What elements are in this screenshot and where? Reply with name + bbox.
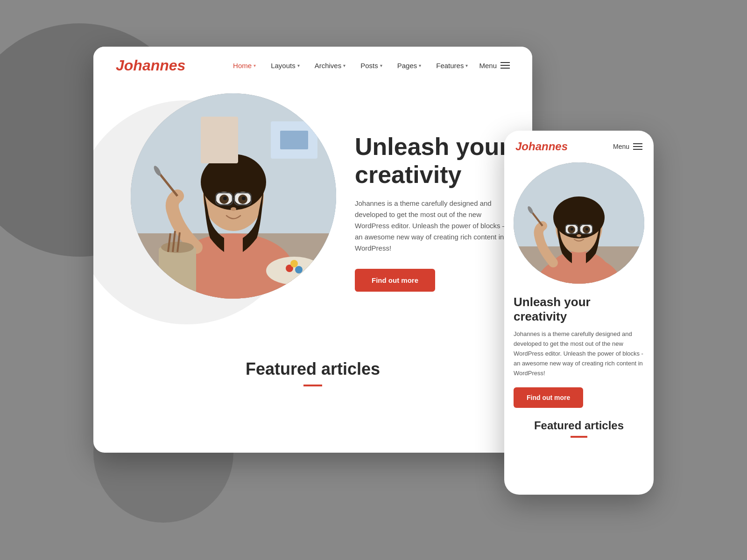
- nav-item-archives[interactable]: Archives ▾: [315, 62, 346, 70]
- mobile-logo: Johannes: [515, 140, 568, 153]
- artist-illustration: [131, 93, 336, 299]
- nav-link-layouts[interactable]: Layouts ▾: [271, 62, 300, 70]
- nav-item-features[interactable]: Features ▾: [436, 62, 468, 70]
- desktop-hero: Unleash your creativity Johannes is a th…: [93, 84, 532, 341]
- desktop-featured-section: Featured articles: [93, 341, 532, 405]
- mobile-cta-button[interactable]: Find out more: [514, 387, 583, 408]
- desktop-hero-text: Unleash your creativity Johannes is a th…: [355, 133, 510, 292]
- desktop-hero-description: Johannes is a theme carefully designed a…: [355, 198, 510, 254]
- svg-point-40: [571, 228, 573, 231]
- chevron-down-icon: ▾: [254, 63, 256, 68]
- svg-point-11: [242, 196, 246, 200]
- nav-item-layouts[interactable]: Layouts ▾: [271, 62, 300, 70]
- scene-container: Johannes Home ▾ Layouts ▾ Archiv: [93, 47, 654, 513]
- nav-link-features[interactable]: Features ▾: [436, 62, 468, 70]
- desktop-cta-button[interactable]: Find out more: [355, 269, 435, 292]
- mobile-menu-button[interactable]: Menu: [613, 143, 642, 150]
- mobile-hero-description: Johannes is a theme carefully designed a…: [514, 329, 644, 378]
- mobile-artist-illustration: [514, 162, 644, 284]
- nav-link-posts[interactable]: Posts ▾: [360, 62, 382, 70]
- chevron-down-icon: ▾: [465, 63, 468, 68]
- chevron-down-icon: ▾: [380, 63, 382, 68]
- svg-point-41: [585, 228, 588, 231]
- svg-point-26: [290, 260, 298, 267]
- nav-link-archives[interactable]: Archives ▾: [315, 62, 346, 70]
- desktop-menu-button[interactable]: Menu: [479, 62, 510, 70]
- svg-point-25: [295, 266, 303, 273]
- mobile-hero-title: Unleash your creativity: [514, 295, 644, 324]
- desktop-mockup: Johannes Home ▾ Layouts ▾ Archiv: [93, 47, 532, 453]
- nav-link-pages[interactable]: Pages ▾: [397, 62, 422, 70]
- mobile-hero-image: [514, 162, 644, 284]
- nav-item-posts[interactable]: Posts ▾: [360, 62, 382, 70]
- mobile-featured-title: Featured articles: [514, 419, 644, 432]
- desktop-hero-image: [131, 93, 336, 299]
- nav-item-pages[interactable]: Pages ▾: [397, 62, 422, 70]
- chevron-down-icon: ▾: [297, 63, 300, 68]
- desktop-nav-links: Home ▾ Layouts ▾ Archives ▾: [233, 62, 468, 70]
- desktop-featured-title: Featured articles: [116, 359, 510, 379]
- svg-point-45: [577, 234, 581, 237]
- svg-rect-28: [280, 131, 308, 149]
- svg-rect-29: [201, 117, 238, 163]
- hamburger-icon: [633, 143, 642, 150]
- hamburger-icon: [500, 62, 510, 69]
- svg-point-35: [553, 196, 605, 238]
- svg-rect-18: [159, 247, 196, 294]
- desktop-hero-title: Unleash your creativity: [355, 133, 510, 189]
- mobile-featured-underline: [571, 436, 587, 438]
- desktop-logo: Johannes: [116, 57, 233, 74]
- mobile-navbar: Johannes Menu: [504, 131, 654, 162]
- svg-point-10: [223, 196, 227, 200]
- chevron-down-icon: ▾: [343, 63, 345, 68]
- featured-underline-decoration: [303, 385, 322, 386]
- chevron-down-icon: ▾: [419, 63, 421, 68]
- desktop-navbar: Johannes Home ▾ Layouts ▾ Archiv: [93, 47, 532, 84]
- mobile-hero: Unleash your creativity Johannes is a th…: [504, 162, 654, 447]
- nav-item-home[interactable]: Home ▾: [233, 62, 256, 70]
- nav-link-home[interactable]: Home ▾: [233, 62, 256, 70]
- svg-point-15: [231, 207, 236, 211]
- mobile-mockup: Johannes Menu: [504, 131, 654, 495]
